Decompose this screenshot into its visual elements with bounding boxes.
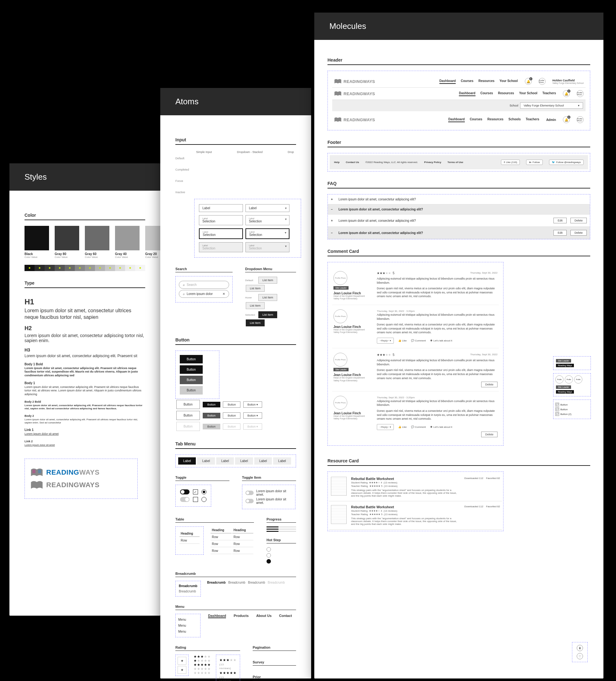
nav-link[interactable]: Teachers [542,92,556,96]
type-link1-sample[interactable]: Lorem ipsum dolor sit amet [25,432,145,436]
checkbox-checked[interactable]: ✓ [193,489,198,495]
toggle-item[interactable]: Lorem ipsum dolor sit amet. [245,498,292,504]
button-primary[interactable]: Button [180,355,203,363]
comment-button[interactable]: 💬 Comment [411,425,426,429]
resource-card[interactable]: Rebuttal Battle Worksheet Student Rating… [329,473,502,501]
footer-contact[interactable]: Contact Us [346,161,359,163]
resource-card[interactable]: Rebuttal Battle Worksheet Student Rating… [329,501,502,530]
menu-item[interactable]: Menu [178,623,198,629]
button-small[interactable]: Button [203,402,220,407]
button-small-outline[interactable]: Button [223,401,241,408]
nav-link[interactable]: Dashboard [439,79,456,84]
tab[interactable]: Label [254,457,272,464]
like-button[interactable]: 👍 Like [398,339,407,343]
delete-button[interactable]: Delete [481,382,497,387]
type-link2-sample[interactable]: Lorem ipsum dolor sit amet [25,444,145,447]
list-item[interactable]: List Item [258,277,277,284]
tab[interactable]: Label [273,457,291,464]
nav-link[interactable]: Your School [499,79,518,84]
profile-avatar[interactable]: Profile Photo [539,78,546,85]
edit-button[interactable]: Edit [553,218,567,223]
reply-dropdown[interactable]: −Reply− ▾ [377,424,394,430]
reply-dropdown[interactable]: −Reply− ▾ [377,338,394,344]
button-label[interactable]: Button (2) [560,413,571,415]
logo[interactable]: READINGWAYS [334,117,375,123]
talk-button[interactable]: 🗣 Let's talk about it [430,339,452,343]
edit-button[interactable]: Edit [553,230,567,235]
profile-avatar[interactable]: Profile Photo [577,116,584,123]
faq-row[interactable]: +Lorem ipsum dolor sit amet, consectetur… [328,195,590,204]
nav-link[interactable]: Schools [509,118,521,122]
faq-row-expanded[interactable]: −Lorem ipsum dolor sit amet, consectetur… [328,227,590,239]
bell-icon[interactable]: 🔔3 [563,90,570,97]
favorite-icon[interactable]: ♡ [577,653,583,659]
footer-terms[interactable]: Terms of Use [447,161,463,163]
list-item[interactable]: List Item [246,285,265,292]
rating-cell[interactable]: ★ [178,657,187,665]
text-input[interactable]: Label [199,204,243,212]
tab[interactable]: Label [197,457,215,464]
step-dot-active[interactable] [267,559,271,563]
button-outline[interactable]: Button [176,400,200,409]
nav-link[interactable]: Courses [481,92,493,96]
footer-privacy[interactable]: Privacy Policy [424,161,441,163]
button-label[interactable]: Button [560,403,568,406]
admin-link[interactable]: Admin [546,118,556,122]
menu-item[interactable]: Menu [178,629,198,634]
footer-help[interactable]: Help [334,161,340,163]
nav-link[interactable]: Resources [498,92,514,96]
delete-button[interactable]: Delete [570,230,587,235]
select-input[interactable]: LabelSelection [245,228,290,239]
button-primary[interactable]: Button [180,365,203,374]
social-linkedin[interactable]: inFollow [526,159,542,165]
delete-button[interactable]: Delete [570,218,587,223]
toggle-item[interactable]: Lorem ipsum dolor sit amet. [245,489,292,496]
talk-button[interactable]: 🗣 Let's talk about it [430,425,452,429]
select-input[interactable]: LabelSelection [245,215,290,225]
profile-avatar[interactable]: Profile Photo [577,90,584,97]
faq-row-expanded[interactable]: −Lorem ipsum dolor sit amet, consectetur… [328,204,590,215]
delete-button[interactable]: Delete [481,432,497,437]
rating-cell[interactable]: ★ [178,666,187,674]
tab[interactable]: Label [216,457,234,464]
radio-selected[interactable] [201,489,206,495]
bell-icon[interactable]: 🔔3 [563,116,570,123]
nav-link[interactable]: Dashboard [448,118,465,122]
toggle-off[interactable] [180,497,190,502]
menu-link[interactable]: Products [233,614,249,618]
menu-item[interactable]: Menu [178,616,198,623]
nav-link[interactable]: Resources [478,79,494,84]
button-small[interactable]: Button [203,413,220,419]
breadcrumb-item[interactable]: Breadcrumb [179,589,197,593]
logo[interactable]: READINGWAYS [334,78,375,84]
menu-link-active[interactable]: Dashboard [208,614,226,618]
step-dot[interactable] [267,553,271,558]
search-input-empty[interactable]: ⌕Search [179,281,229,289]
nav-link[interactable]: Courses [470,118,483,122]
search-input-filled[interactable]: ⌕Lorem ipsum dolor✕ [179,290,229,298]
bell-icon[interactable]: 🔔3 [525,78,532,85]
nav-link[interactable]: Dashboard [459,92,475,96]
button-dropdown[interactable]: Button [243,412,262,419]
text-input[interactable]: LabelSelection [199,215,243,225]
like-button[interactable]: 👍 Like [398,425,407,429]
logo[interactable]: READINGWAYS [334,91,375,96]
list-item[interactable]: List Item [258,294,277,301]
tab-active[interactable]: Label [178,457,196,464]
menu-link[interactable]: About Us [256,614,272,618]
download-icon[interactable]: ⬇ [577,645,583,651]
button-outline[interactable]: Button [176,411,200,420]
radio-unselected[interactable] [201,497,206,502]
social-facebook[interactable]: fLike (110) [501,159,520,165]
step-dot[interactable] [267,547,271,552]
social-twitter[interactable]: 🐦Follow @readingways [549,159,584,165]
list-item[interactable]: List Item [246,320,265,326]
faq-row[interactable]: +Lorem ipsum dolor sit amet, consectetur… [328,215,590,227]
text-input[interactable]: LabelSelection [199,228,243,239]
button-small-outline[interactable]: Button [223,412,241,419]
school-dropdown[interactable]: Valley Forge Elementary School▾ [520,102,583,109]
nav-link[interactable]: Teachers [526,118,539,122]
button-dropdown[interactable]: Button [243,401,262,408]
breadcrumb-item[interactable]: Breadcrumb [179,584,197,588]
nav-link[interactable]: Courses [461,79,473,84]
